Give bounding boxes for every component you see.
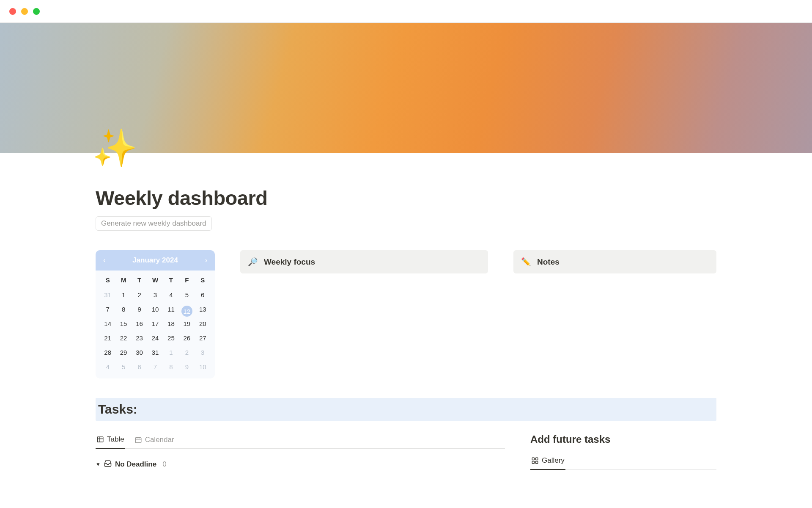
weekly-focus-label: Weekly focus (264, 257, 315, 267)
tab-label: Calendar (145, 436, 174, 444)
tab-table[interactable]: Table (96, 433, 125, 449)
tasks-view-tabs: TableCalendar (96, 433, 505, 449)
calendar-dow: T (132, 274, 147, 286)
calendar-day[interactable]: 6 (132, 362, 147, 373)
gallery-icon (531, 457, 539, 464)
calendar-day[interactable]: 3 (147, 290, 163, 301)
window-minimize-button[interactable] (21, 8, 28, 15)
calendar-prev-icon[interactable]: ‹ (103, 257, 105, 264)
calendar-dow: T (163, 274, 179, 286)
calendar-day[interactable]: 1 (115, 290, 131, 301)
window-close-button[interactable] (9, 8, 16, 15)
generate-dashboard-button[interactable]: Generate new weekly dashboard (96, 216, 212, 231)
calendar-day[interactable]: 10 (195, 362, 211, 373)
calendar-dow: S (195, 274, 211, 286)
calendar-day[interactable]: 4 (163, 290, 179, 301)
notes-card[interactable]: ✏️ Notes (513, 250, 716, 273)
window-zoom-button[interactable] (33, 8, 40, 15)
calendar-day[interactable]: 11 (163, 304, 179, 315)
calendar-day[interactable]: 19 (179, 318, 195, 329)
calendar-day[interactable]: 13 (195, 304, 211, 315)
calendar-day[interactable]: 14 (100, 318, 115, 329)
task-group-label: No Deadline (115, 460, 156, 469)
calendar-month-label: January 2024 (132, 256, 178, 265)
calendar-day[interactable]: 2 (179, 347, 195, 358)
calendar-day[interactable]: 7 (100, 304, 115, 315)
svg-rect-7 (532, 458, 534, 460)
calendar-day[interactable]: 24 (147, 333, 163, 344)
future-tasks-heading: Add future tasks (530, 433, 716, 445)
page-title[interactable]: Weekly dashboard (96, 153, 716, 210)
calendar-day[interactable]: 10 (147, 304, 163, 315)
calendar-day[interactable]: 20 (195, 318, 211, 329)
notes-label: Notes (537, 257, 560, 267)
calendar-day[interactable]: 1 (163, 347, 179, 358)
calendar-day[interactable]: 29 (115, 347, 131, 358)
calendar-day[interactable]: 27 (195, 333, 211, 344)
calendar-day[interactable]: 9 (132, 304, 147, 315)
calendar-day[interactable]: 31 (100, 290, 115, 301)
calendar-day[interactable]: 26 (179, 333, 195, 344)
tasks-heading: Tasks: (98, 402, 714, 417)
calendar-day[interactable]: 16 (132, 318, 147, 329)
svg-rect-10 (536, 461, 538, 464)
page-icon[interactable]: ✨ (92, 130, 137, 166)
calendar-next-icon[interactable]: › (205, 257, 207, 264)
table-icon (96, 436, 104, 443)
calendar-grid: SMTWTFS311234567891011121314151617181920… (96, 271, 215, 378)
calendar-day[interactable]: 4 (100, 362, 115, 373)
caret-down-icon[interactable]: ▼ (96, 461, 101, 467)
calendar-day[interactable]: 2 (132, 290, 147, 301)
calendar-day[interactable]: 8 (115, 304, 131, 315)
tasks-heading-block: Tasks: (96, 398, 716, 421)
future-tasks-tabs: Gallery (530, 454, 716, 470)
svg-rect-9 (532, 461, 534, 464)
calendar-day[interactable]: 23 (132, 333, 147, 344)
magnifier-icon: 🔎 (248, 257, 258, 267)
weekly-focus-card[interactable]: 🔎 Weekly focus (240, 250, 488, 273)
inbox-icon (104, 460, 112, 469)
calendar-day[interactable]: 28 (100, 347, 115, 358)
tab-label: Table (107, 435, 124, 444)
calendar-day[interactable]: 17 (147, 318, 163, 329)
task-group-row[interactable]: ▼ No Deadline 0 (96, 460, 505, 469)
svg-rect-0 (97, 437, 103, 442)
svg-rect-8 (536, 458, 538, 460)
calendar-day[interactable]: 7 (147, 362, 163, 373)
tab-label: Gallery (542, 456, 565, 465)
calendar-header: ‹ January 2024 › (96, 250, 215, 271)
calendar-day[interactable]: 25 (163, 333, 179, 344)
calendar-day[interactable]: 30 (132, 347, 147, 358)
calendar-day[interactable]: 21 (100, 333, 115, 344)
tab-gallery[interactable]: Gallery (530, 454, 565, 470)
calendar-day[interactable]: 31 (147, 347, 163, 358)
calendar-widget: ‹ January 2024 › SMTWTFS3112345678910111… (96, 250, 215, 378)
calendar-day[interactable]: 12 (179, 304, 195, 315)
calendar-icon (134, 436, 142, 444)
calendar-day[interactable]: 18 (163, 318, 179, 329)
calendar-dow: M (115, 274, 131, 286)
calendar-day[interactable]: 9 (179, 362, 195, 373)
calendar-day[interactable]: 5 (115, 362, 131, 373)
calendar-day[interactable]: 15 (115, 318, 131, 329)
calendar-day[interactable]: 5 (179, 290, 195, 301)
window-titlebar (0, 0, 812, 23)
svg-rect-3 (135, 437, 141, 442)
calendar-dow: S (100, 274, 115, 286)
tab-calendar[interactable]: Calendar (134, 433, 175, 448)
calendar-day[interactable]: 8 (163, 362, 179, 373)
calendar-dow: F (179, 274, 195, 286)
calendar-day[interactable]: 6 (195, 290, 211, 301)
calendar-day[interactable]: 3 (195, 347, 211, 358)
task-group-count: 0 (162, 460, 166, 469)
calendar-dow: W (147, 274, 163, 286)
calendar-day[interactable]: 22 (115, 333, 131, 344)
pencil-icon: ✏️ (521, 257, 531, 267)
